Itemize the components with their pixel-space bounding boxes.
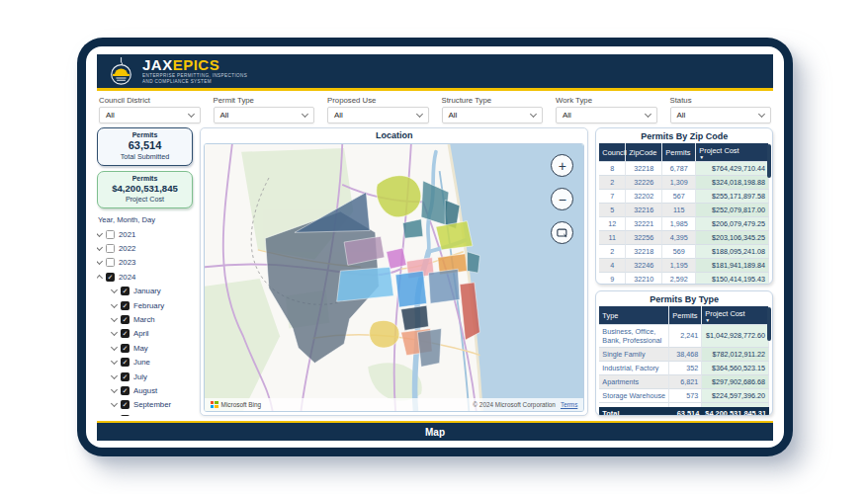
- filter-dropdown[interactable]: All: [214, 107, 315, 124]
- chevron-down-icon[interactable]: [111, 358, 118, 365]
- table-row[interactable]: 9322102,592$150,414,195.43: [599, 273, 769, 286]
- lasso-select-button[interactable]: [551, 221, 573, 244]
- tree-item-october[interactable]: ✓October: [97, 412, 193, 416]
- checkbox[interactable]: ✓: [121, 386, 130, 395]
- checkbox[interactable]: ✓: [121, 344, 130, 353]
- checkbox[interactable]: ✓: [121, 415, 130, 416]
- cell: $206,079,479.25: [696, 217, 769, 231]
- tree-item-label: 2021: [119, 230, 135, 239]
- filter-council-district: Council DistrictAll: [99, 96, 201, 124]
- zoom-in-button[interactable]: +: [551, 154, 573, 177]
- zip-table-scrollbar[interactable]: [767, 144, 771, 178]
- chevron-down-icon[interactable]: [111, 287, 118, 293]
- cell: Storage Warehouse: [599, 389, 669, 403]
- chevron-down-icon[interactable]: [111, 386, 118, 393]
- checkbox[interactable]: [106, 230, 115, 239]
- checkbox[interactable]: ✓: [121, 301, 130, 310]
- map-canvas[interactable]: + −: [204, 143, 584, 412]
- chevron-down-icon[interactable]: [111, 415, 118, 416]
- chevron-up-icon[interactable]: [97, 275, 103, 282]
- tree-item-label: October: [133, 415, 161, 416]
- checkbox[interactable]: ✓: [121, 372, 130, 381]
- table-row[interactable]: 2322261,309$324,018,198.88: [599, 176, 769, 190]
- checkbox[interactable]: ✓: [121, 329, 130, 338]
- table-row[interactable]: 4322461,195$181,941,189.84: [599, 259, 769, 273]
- kpi-subtitle: Total Submitted: [100, 152, 190, 161]
- chevron-down-icon[interactable]: [111, 400, 118, 407]
- table-row[interactable]: 532216115$252,079,817.00: [599, 204, 769, 217]
- chevron-down-icon[interactable]: [97, 244, 103, 251]
- filter-dropdown[interactable]: All: [99, 107, 201, 124]
- date-tree-header: Year, Month, Day: [98, 215, 193, 224]
- table-row[interactable]: 12322211,985$206,079,479.25: [599, 217, 769, 231]
- column-header-zipcode[interactable]: ZipCode: [626, 143, 662, 162]
- tree-item-2021[interactable]: 2021: [97, 227, 193, 241]
- tree-item-june[interactable]: ✓June: [97, 356, 193, 370]
- table-row[interactable]: 232218569$188,095,241.08: [599, 245, 769, 259]
- checkbox[interactable]: ✓: [121, 287, 130, 295]
- tree-item-label: August: [133, 386, 157, 395]
- map-terms-link[interactable]: Terms: [561, 401, 577, 408]
- tree-item-march[interactable]: ✓March: [97, 312, 193, 326]
- filter-label: Permit Type: [214, 96, 315, 105]
- chevron-down-icon[interactable]: [111, 344, 118, 351]
- table-row[interactable]: Business, Office, Bank, Professional2,24…: [599, 325, 769, 348]
- chevron-down-icon[interactable]: [111, 315, 118, 322]
- table-row[interactable]: 11322564,395$203,106,345.25: [599, 231, 769, 245]
- column-header-label: Permits: [672, 311, 697, 320]
- filter-value: All: [334, 111, 343, 120]
- cell: 32202: [626, 190, 662, 204]
- kpi-value: 63,514: [100, 139, 190, 151]
- chevron-down-icon[interactable]: [111, 372, 118, 379]
- zoom-out-button[interactable]: −: [551, 188, 573, 210]
- table-row[interactable]: Storage Warehouse573$224,597,396.20: [599, 389, 769, 403]
- checkbox[interactable]: ✓: [106, 273, 115, 282]
- filter-label: Work Type: [556, 96, 657, 105]
- table-row[interactable]: Single Family38,468$782,012,911.22: [599, 348, 769, 362]
- filter-dropdown[interactable]: All: [670, 107, 772, 124]
- tree-item-2024[interactable]: ✓2024: [97, 270, 193, 284]
- table-row[interactable]: Industrial, Factory352$364,560,523.15: [599, 362, 769, 375]
- checkbox[interactable]: [106, 244, 115, 253]
- cell: $782,012,911.22: [702, 348, 769, 362]
- table-body: 8322186,787$764,429,710.442322261,309$32…: [599, 162, 769, 282]
- checkbox[interactable]: ✓: [121, 400, 130, 409]
- column-header-permits[interactable]: Permits: [669, 306, 702, 325]
- chevron-down-icon[interactable]: [111, 329, 118, 336]
- filter-dropdown[interactable]: All: [327, 107, 429, 124]
- table-row[interactable]: 8322186,787$764,429,710.44: [599, 162, 769, 176]
- filter-dropdown[interactable]: All: [556, 107, 657, 124]
- column-header-type[interactable]: Type: [599, 306, 669, 325]
- filter-dropdown[interactable]: All: [442, 107, 544, 124]
- checkbox[interactable]: [106, 258, 115, 267]
- kpi-card-total-submitted: Permits63,514Total Submitted: [97, 127, 193, 166]
- table-row[interactable]: 732202567$255,171,897.58: [599, 190, 769, 204]
- tree-item-may[interactable]: ✓May: [97, 341, 193, 355]
- type-table-scrollbar[interactable]: [767, 307, 771, 341]
- column-header-council[interactable]: Council: [599, 143, 626, 162]
- tree-item-february[interactable]: ✓February: [97, 298, 193, 312]
- filter-label: Structure Type: [442, 96, 544, 105]
- tree-item-january[interactable]: ✓January: [97, 285, 193, 298]
- tree-item-july[interactable]: ✓July: [97, 370, 193, 383]
- tab-map[interactable]: Map: [425, 427, 445, 438]
- checkbox[interactable]: ✓: [121, 358, 130, 367]
- cell: 567: [662, 190, 696, 204]
- kpi-cards: Permits63,514Total SubmittedPermits$4,20…: [97, 127, 193, 213]
- total-cell: Total: [599, 407, 669, 417]
- column-header-label: ZipCode: [629, 148, 656, 157]
- column-header-permits[interactable]: Permits: [662, 143, 696, 162]
- column-header-project-cost[interactable]: Project Cost▼: [696, 143, 769, 162]
- map-visualization[interactable]: [205, 144, 583, 411]
- tree-item-2023[interactable]: 2023: [97, 256, 193, 270]
- tree-item-september[interactable]: ✓September: [97, 398, 193, 412]
- tree-item-april[interactable]: ✓April: [97, 327, 193, 341]
- tree-item-august[interactable]: ✓August: [97, 383, 193, 397]
- checkbox[interactable]: ✓: [121, 315, 130, 324]
- chevron-down-icon[interactable]: [97, 230, 103, 237]
- chevron-down-icon[interactable]: [97, 258, 103, 265]
- tree-item-2022[interactable]: 2022: [97, 241, 193, 255]
- column-header-project-cost[interactable]: Project Cost▼: [702, 306, 769, 325]
- table-row[interactable]: Apartments6,821$297,902,686.68: [599, 375, 769, 389]
- chevron-down-icon[interactable]: [111, 301, 118, 308]
